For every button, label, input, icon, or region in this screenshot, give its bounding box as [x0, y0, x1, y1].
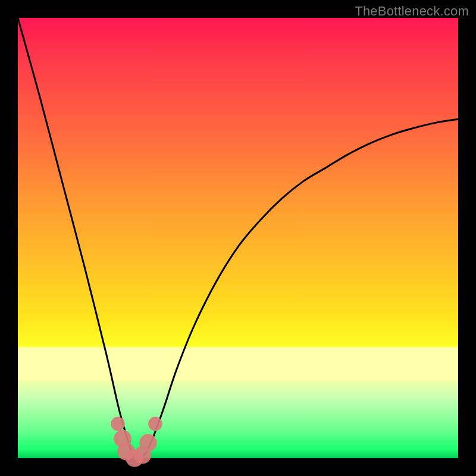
- curve-marker: [139, 434, 157, 452]
- chart-frame: TheBottleneck.com: [0, 0, 476, 476]
- bottleneck-curve-svg: [18, 18, 458, 458]
- curve-marker: [148, 417, 162, 431]
- curve-marker: [111, 417, 125, 431]
- curve-markers: [111, 417, 162, 467]
- watermark-text: TheBottleneck.com: [355, 4, 469, 19]
- bottleneck-curve-path: [18, 18, 458, 460]
